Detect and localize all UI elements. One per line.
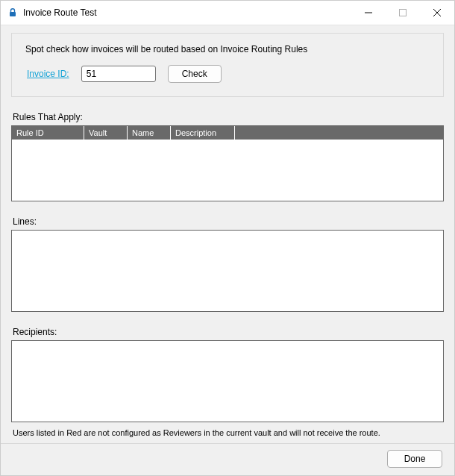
- done-button[interactable]: Done: [387, 450, 442, 468]
- window-root: Invoice Route Test Spot check how invoic…: [0, 0, 455, 476]
- footer: Done: [11, 450, 444, 469]
- lines-box[interactable]: [11, 230, 444, 312]
- content-area: Spot check how invoices will be routed b…: [1, 25, 454, 475]
- window-title: Invoice Route Test: [23, 7, 351, 18]
- maximize-button: [386, 1, 420, 25]
- col-vault[interactable]: Vault: [84, 126, 127, 140]
- input-row: Invoice ID: Check: [27, 65, 431, 83]
- footer-divider: [1, 443, 454, 444]
- close-button[interactable]: [420, 1, 454, 25]
- svg-rect-2: [400, 10, 407, 16]
- minimize-button[interactable]: [351, 1, 386, 25]
- invoice-id-input[interactable]: [81, 66, 156, 82]
- recipients-box[interactable]: [11, 340, 444, 422]
- col-rule-id[interactable]: Rule ID: [12, 126, 84, 140]
- col-description[interactable]: Description: [170, 126, 234, 140]
- spot-check-group: Spot check how invoices will be routed b…: [11, 33, 444, 97]
- col-name[interactable]: Name: [127, 126, 170, 140]
- svg-rect-0: [10, 12, 16, 16]
- lines-label: Lines:: [13, 216, 444, 227]
- rules-table[interactable]: Rule ID Vault Name Description: [11, 125, 444, 201]
- rules-table-header: Rule ID Vault Name Description: [12, 126, 443, 140]
- recipients-label: Recipients:: [13, 327, 444, 337]
- footnote-text: Users listed in Red are not configured a…: [13, 428, 444, 437]
- group-description: Spot check how invoices will be routed b…: [25, 44, 431, 54]
- titlebar: Invoice Route Test: [1, 1, 454, 25]
- invoice-id-link[interactable]: Invoice ID:: [27, 69, 69, 79]
- rules-label: Rules That Apply:: [13, 112, 444, 122]
- rules-table-body: [12, 140, 443, 201]
- lock-icon: [7, 7, 19, 19]
- window-controls: [351, 1, 454, 25]
- check-button[interactable]: Check: [168, 65, 222, 83]
- col-spacer: [234, 126, 443, 140]
